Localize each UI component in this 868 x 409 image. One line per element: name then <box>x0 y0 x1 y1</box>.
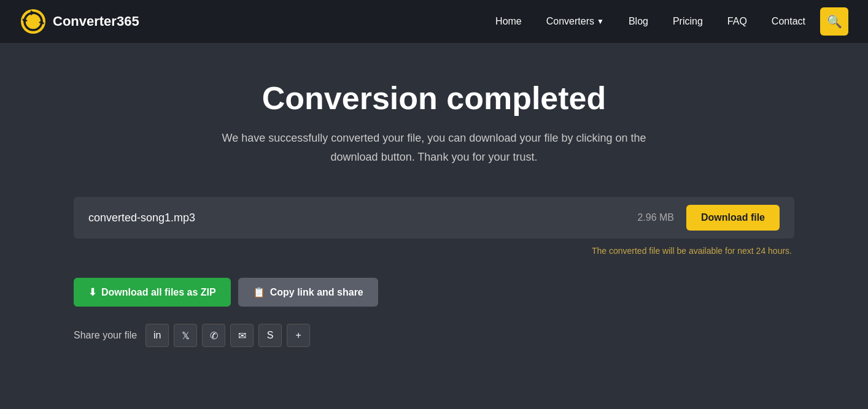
logo-icon <box>20 8 47 35</box>
copy-link-icon: 📋 <box>253 286 265 298</box>
share-label: Share your file <box>74 330 137 341</box>
copy-link-button[interactable]: 📋 Copy link and share <box>238 278 378 307</box>
download-zip-icon: ⬇ <box>88 286 96 298</box>
nav-blog[interactable]: Blog <box>619 11 658 32</box>
nav-links: Home Converters ▼ Blog Pricing FAQ Conta… <box>486 7 848 36</box>
main-content: Conversion completed We have successfull… <box>0 43 868 372</box>
share-row: Share your file in 𝕏 ✆ ✉ S + <box>74 324 794 347</box>
share-icons: in 𝕏 ✆ ✉ S + <box>145 324 310 347</box>
search-button[interactable]: 🔍 <box>820 7 848 36</box>
availability-note: The converted file will be available for… <box>74 246 794 256</box>
linkedin-icon: in <box>153 330 161 341</box>
skype-icon: S <box>267 330 274 341</box>
converters-dropdown-arrow: ▼ <box>597 17 604 26</box>
nav-pricing[interactable]: Pricing <box>663 11 713 32</box>
file-size: 2.96 MB <box>637 212 674 223</box>
nav-converters[interactable]: Converters ▼ <box>537 11 614 32</box>
email-icon: ✉ <box>238 330 246 342</box>
action-buttons: ⬇ Download all files as ZIP 📋 Copy link … <box>74 278 794 307</box>
more-share-button[interactable]: + <box>287 324 310 347</box>
twitter-icon: 𝕏 <box>182 330 190 342</box>
page-title: Conversion completed <box>74 80 794 117</box>
file-row: converted-song1.mp3 2.96 MB Download fil… <box>74 197 794 239</box>
brand-name: Converter365 <box>53 13 139 29</box>
search-icon: 🔍 <box>827 14 842 29</box>
whatsapp-share-button[interactable]: ✆ <box>202 324 225 347</box>
email-share-button[interactable]: ✉ <box>230 324 254 347</box>
skype-share-button[interactable]: S <box>258 324 282 347</box>
nav-home[interactable]: Home <box>486 11 532 32</box>
twitter-share-button[interactable]: 𝕏 <box>174 324 197 347</box>
more-icon: + <box>296 330 301 341</box>
download-zip-button[interactable]: ⬇ Download all files as ZIP <box>74 278 231 307</box>
brand-logo[interactable]: Converter365 <box>20 8 139 35</box>
download-file-button[interactable]: Download file <box>686 205 780 231</box>
nav-faq[interactable]: FAQ <box>718 11 757 32</box>
file-right: 2.96 MB Download file <box>637 205 780 231</box>
navbar: Converter365 Home Converters ▼ Blog Pric… <box>0 0 868 43</box>
file-name: converted-song1.mp3 <box>88 212 195 224</box>
conversion-subtitle: We have successfully converted your file… <box>74 129 794 166</box>
linkedin-share-button[interactable]: in <box>145 324 169 347</box>
nav-contact[interactable]: Contact <box>762 11 815 32</box>
whatsapp-icon: ✆ <box>210 330 218 342</box>
